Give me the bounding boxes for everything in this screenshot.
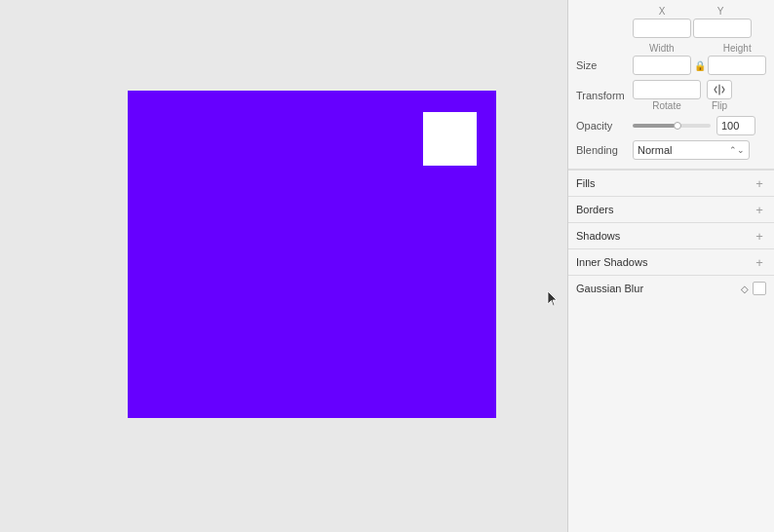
gaussian-blur-section[interactable]: Gaussian Blur ◇	[568, 275, 774, 301]
borders-section[interactable]: Borders +	[568, 196, 774, 222]
panel-top: X Y Width Height Size 🔒 Transform	[568, 0, 774, 170]
info-icon[interactable]: ◇	[741, 284, 749, 294]
flip-button[interactable]	[707, 80, 732, 99]
borders-label: Borders	[576, 204, 753, 215]
gaussian-label-group: Gaussian Blur ◇	[576, 283, 749, 294]
position-row	[576, 19, 766, 38]
height-input[interactable]	[708, 56, 766, 75]
cursor-icon	[547, 290, 559, 308]
add-border-icon[interactable]: +	[753, 203, 766, 216]
height-header: Height	[708, 43, 766, 54]
add-fill-icon[interactable]: +	[753, 176, 766, 190]
canvas-content	[69, 71, 498, 461]
canvas-area	[0, 0, 567, 532]
wh-headers: Width Height	[633, 43, 766, 54]
add-inner-shadow-icon[interactable]: +	[753, 255, 766, 269]
opacity-input[interactable]	[716, 116, 755, 135]
transform-inputs: Rotate Flip	[633, 80, 732, 111]
opacity-row: Opacity	[576, 116, 766, 135]
shadows-label: Shadows	[576, 230, 753, 242]
shadows-section[interactable]: Shadows +	[568, 222, 774, 248]
gaussian-blur-label: Gaussian Blur	[576, 283, 737, 294]
blue-rectangle[interactable]	[128, 91, 496, 418]
flip-label: Flip	[712, 100, 727, 111]
y-header: Y	[691, 6, 750, 17]
fills-label: Fills	[576, 177, 753, 189]
x-input[interactable]	[633, 19, 691, 38]
width-input[interactable]	[633, 56, 691, 75]
width-header: Width	[633, 43, 691, 54]
inner-shadows-section[interactable]: Inner Shadows +	[568, 248, 774, 275]
opacity-thumb	[674, 122, 681, 130]
white-rectangle[interactable]	[423, 112, 477, 166]
size-row: Size 🔒	[576, 56, 766, 75]
blending-label: Blending	[576, 144, 633, 156]
blending-row: Blending Normal ⌃⌄	[576, 140, 766, 160]
transform-row: Transform Rotate Flip	[576, 80, 766, 111]
opacity-label: Opacity	[576, 120, 633, 132]
flip-group: Flip	[707, 80, 732, 111]
size-label: Size	[576, 59, 633, 71]
blending-value: Normal	[638, 144, 672, 156]
rotate-group: Rotate	[633, 80, 701, 111]
add-shadow-icon[interactable]: +	[753, 229, 766, 243]
right-panel: X Y Width Height Size 🔒 Transform	[567, 0, 774, 532]
blending-select[interactable]: Normal ⌃⌄	[633, 140, 750, 160]
lock-icon[interactable]: 🔒	[693, 58, 706, 72]
rotate-label: Rotate	[652, 100, 680, 111]
chevron-down-icon: ⌃⌄	[729, 145, 745, 155]
gaussian-blur-checkbox[interactable]	[753, 282, 766, 295]
y-input[interactable]	[693, 19, 752, 38]
opacity-slider[interactable]	[633, 124, 711, 128]
transform-label: Transform	[576, 90, 633, 101]
rotate-input[interactable]	[633, 80, 701, 99]
inner-shadows-label: Inner Shadows	[576, 256, 753, 268]
xy-headers: X Y	[633, 6, 766, 17]
fills-section[interactable]: Fills +	[568, 170, 774, 196]
x-header: X	[633, 6, 691, 17]
